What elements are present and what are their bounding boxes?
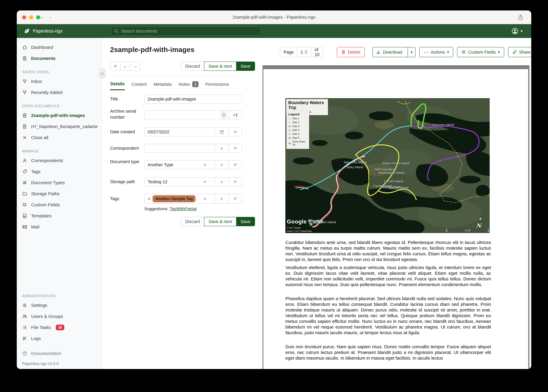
- save-and-next-button[interactable]: Save & next: [204, 217, 236, 226]
- copyright-line: © 2017 Google: [287, 227, 301, 229]
- save-button[interactable]: Save: [236, 217, 255, 226]
- sidebar-item-label: Settings: [31, 303, 47, 308]
- browser-forward-button[interactable]: ›: [50, 14, 51, 21]
- sidebar-item-inbox[interactable]: Inbox: [17, 76, 102, 87]
- sidebar-item-custom-fields[interactable]: Custom Fields: [17, 199, 102, 210]
- custom-fields-button[interactable]: Custom Fields ▾: [457, 47, 504, 57]
- share-links-button[interactable]: Share Links ▾: [508, 47, 531, 57]
- track-dots-icon: [288, 129, 291, 131]
- tags-filter-button[interactable]: [228, 194, 242, 203]
- custom-fields-icon: [461, 50, 466, 55]
- tab-details[interactable]: Details: [110, 79, 125, 90]
- sidebar-item-settings[interactable]: Settings: [17, 300, 102, 311]
- save-button[interactable]: Save: [236, 62, 255, 71]
- tags-add-button[interactable]: ＋: [215, 194, 228, 203]
- sidebar-item-file-tasks[interactable]: File Tasks 16: [17, 322, 102, 333]
- asn-input[interactable]: [145, 112, 221, 117]
- tab-permissions[interactable]: Permissions: [205, 79, 229, 90]
- share-icon[interactable]: [517, 14, 524, 21]
- sidebar-item-dashboard[interactable]: Dashboard: [17, 42, 102, 53]
- asn-stepper[interactable]: [221, 112, 227, 118]
- previous-document-button[interactable]: ←: [120, 62, 130, 70]
- home-icon: [22, 45, 27, 50]
- storage-path-filter-button[interactable]: [228, 178, 242, 186]
- tab-metadata[interactable]: Metadata: [153, 79, 172, 90]
- page-label: Page: [280, 47, 297, 57]
- clear-icon[interactable]: ✕: [201, 196, 209, 201]
- sidebar-item-correspondents[interactable]: Correspondents: [17, 155, 102, 166]
- sidebar-item-recently-added[interactable]: Recently Added: [17, 87, 102, 98]
- asn-field: +1: [144, 110, 242, 119]
- sidebar-open-doc-current[interactable]: 2sample-pdf-with-images: [17, 110, 102, 121]
- storage-path-select[interactable]: Testing 12: [145, 179, 201, 184]
- sidebar: Dashboard Documents SAVED VIEWS Inbox Re…: [17, 38, 102, 369]
- app-version: Paperless-ngx v2.0.0: [17, 359, 102, 366]
- browser-back-button[interactable]: ‹: [41, 14, 43, 21]
- tag-chip[interactable]: Another Sample Tag: [152, 195, 195, 202]
- sidebar-item-label: Documents: [31, 56, 56, 61]
- download-button[interactable]: Download: [373, 47, 405, 57]
- track-dots-icon: [288, 125, 291, 127]
- sidebar-item-mail[interactable]: Mail: [17, 221, 102, 232]
- sidebar-item-label: Documentation: [31, 351, 61, 356]
- sidebar-open-doc[interactable]: H7_Napoleon_Bonaparte_zadanie: [17, 121, 102, 132]
- document-type-add-button[interactable]: ＋: [215, 161, 228, 169]
- date-filter-button[interactable]: [228, 128, 242, 136]
- sidebar-close-all[interactable]: Close all: [17, 132, 102, 143]
- legend-label: Day 1: [293, 117, 299, 120]
- date-created-input[interactable]: [145, 130, 215, 134]
- remove-tag-icon[interactable]: ✕: [147, 196, 151, 201]
- document-type-filter-button[interactable]: [228, 161, 242, 169]
- asn-plus-one-button[interactable]: +1: [229, 111, 242, 119]
- zoom-window-button[interactable]: [36, 15, 40, 19]
- filter-funnel-icon: [22, 90, 27, 95]
- date-picker-button[interactable]: [215, 128, 228, 136]
- trash-icon: [341, 50, 346, 55]
- document-type-select[interactable]: Another Type: [145, 162, 201, 167]
- user-menu[interactable]: ▾: [511, 24, 523, 38]
- sidebar-item-templates[interactable]: Templates: [17, 210, 102, 221]
- stepper-icon[interactable]: [304, 50, 308, 54]
- filter-lines-icon: [233, 162, 238, 167]
- clear-icon[interactable]: ✕: [201, 179, 209, 184]
- person-icon: [22, 158, 27, 163]
- sidebar-collapse-button[interactable]: «: [99, 69, 106, 78]
- tab-content[interactable]: Content: [131, 79, 147, 90]
- search-bar: [111, 27, 261, 35]
- document-paragraph: Vestibulum eleifend, ligula a scelerisqu…: [285, 265, 491, 287]
- save-and-next-button[interactable]: Save & next: [204, 62, 236, 71]
- minimize-window-button[interactable]: [29, 15, 33, 19]
- pdf-preview-pane[interactable]: New York Island Gary Island Hausons Isla…: [262, 65, 529, 369]
- sidebar-item-label: H7_Napoleon_Bonaparte_zadanie: [31, 124, 98, 129]
- sidebar-item-document-types[interactable]: Document Types: [17, 177, 102, 188]
- sidebar-item-tags[interactable]: Tags: [17, 166, 102, 177]
- sidebar-item-users-groups[interactable]: Users & Groups: [17, 311, 102, 322]
- actions-button[interactable]: ⋯ Actions ▾: [419, 47, 453, 57]
- sidebar-item-documentation[interactable]: Documentation: [17, 348, 102, 359]
- brand[interactable]: Paperless-ngx: [24, 24, 63, 38]
- correspondent-add-button[interactable]: ＋: [215, 144, 228, 153]
- close-window-button[interactable]: [22, 15, 26, 19]
- sidebar-item-storage-paths[interactable]: Storage Paths: [17, 188, 102, 199]
- discard-button[interactable]: Discard: [181, 217, 204, 226]
- close-document-button[interactable]: ×: [110, 62, 120, 70]
- suggestion-link[interactable]: TagWithPartial: [170, 206, 197, 211]
- tab-notes[interactable]: Notes 1: [178, 79, 199, 90]
- sidebar-item-logs[interactable]: Logs: [17, 333, 102, 344]
- map-scale-bar: 3 mi: [447, 229, 489, 232]
- download-options-caret[interactable]: ▾: [408, 47, 415, 57]
- correspondent-field: ＋: [144, 144, 242, 153]
- correspondent-filter-button[interactable]: [228, 144, 242, 153]
- sidebar-item-documents[interactable]: Documents: [17, 53, 102, 64]
- delete-button[interactable]: Delete: [337, 47, 365, 57]
- clear-icon[interactable]: ✕: [201, 162, 209, 168]
- map-text-annotation: Text: [362, 179, 370, 184]
- title-field-label: Title: [110, 96, 142, 102]
- title-input[interactable]: [145, 97, 242, 102]
- storage-path-add-button[interactable]: ＋: [215, 178, 228, 186]
- page-number-stepper[interactable]: 1: [297, 47, 311, 57]
- discard-button[interactable]: Discard: [181, 62, 204, 71]
- search-input[interactable]: [121, 29, 258, 34]
- filter-lines-icon: [233, 180, 238, 184]
- next-document-button[interactable]: →: [130, 62, 140, 70]
